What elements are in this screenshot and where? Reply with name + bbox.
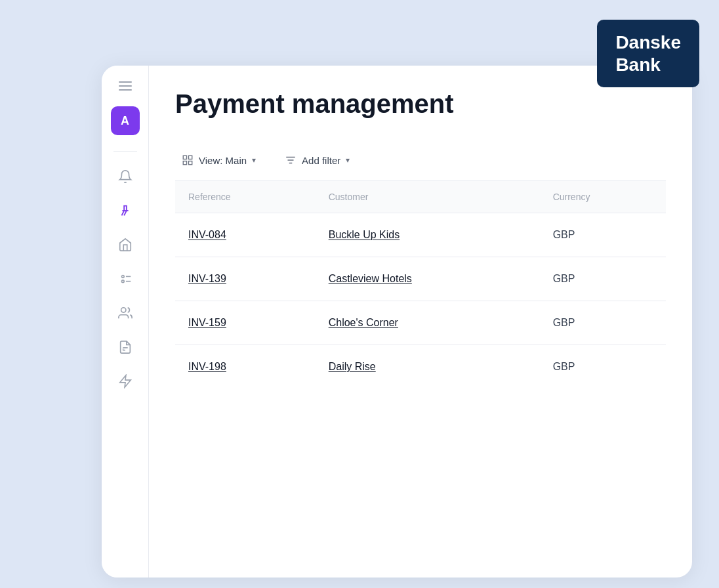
filter-icon[interactable] xyxy=(111,196,140,225)
svg-text:£: £ xyxy=(122,347,124,351)
filter-chevron-icon: ▾ xyxy=(346,156,350,165)
table-header-row: Reference Customer Currency xyxy=(175,181,666,213)
reference-link[interactable]: INV-139 xyxy=(188,273,226,284)
svg-marker-9 xyxy=(119,375,131,387)
main-content: Payment management View: Main ▾ xyxy=(149,66,692,578)
main-card: A xyxy=(102,66,692,578)
currency-cell: GBP xyxy=(540,345,666,389)
sidebar-divider-1 xyxy=(113,151,137,152)
tasks-icon[interactable] xyxy=(111,264,140,293)
bank-name-line1: Danske xyxy=(615,32,681,52)
add-filter-button[interactable]: Add filter ▾ xyxy=(278,150,356,170)
bolt-icon[interactable] xyxy=(111,367,140,396)
table-toolbar: View: Main ▾ Add filter ▾ xyxy=(175,140,666,181)
svg-rect-13 xyxy=(189,161,192,165)
col-header-customer: Customer xyxy=(316,181,540,213)
svg-rect-10 xyxy=(183,156,186,159)
svg-point-3 xyxy=(121,280,124,283)
customer-link[interactable]: Daily Rise xyxy=(329,361,376,372)
home-icon[interactable] xyxy=(111,230,140,259)
svg-point-1 xyxy=(121,276,124,278)
filter-lines-icon xyxy=(285,154,297,166)
view-chevron-icon: ▾ xyxy=(252,156,256,165)
col-header-reference: Reference xyxy=(175,181,316,213)
customer-link[interactable]: Chloe's Corner xyxy=(329,317,398,328)
svg-rect-12 xyxy=(183,161,186,165)
table-row: INV-159Chloe's CornerGBP xyxy=(175,301,666,345)
col-header-currency: Currency xyxy=(540,181,666,213)
table-row: INV-198Daily RiseGBP xyxy=(175,345,666,389)
bank-logo: Danske Bank xyxy=(597,20,699,87)
table-icon xyxy=(182,154,194,166)
bell-icon[interactable] xyxy=(111,162,140,191)
svg-rect-11 xyxy=(189,156,192,159)
payments-table: Reference Customer Currency INV-084Buckl… xyxy=(175,181,666,388)
currency-cell: GBP xyxy=(540,213,666,257)
menu-icon[interactable] xyxy=(119,81,132,91)
reference-link[interactable]: INV-159 xyxy=(188,317,226,328)
team-icon[interactable] xyxy=(111,299,140,327)
svg-point-5 xyxy=(121,308,125,312)
avatar-letter: A xyxy=(121,114,129,128)
view-label: View: Main xyxy=(199,155,247,166)
table-row: INV-084Buckle Up KidsGBP xyxy=(175,213,666,257)
reference-link[interactable]: INV-198 xyxy=(188,361,226,372)
sidebar: A xyxy=(102,66,149,578)
customer-link[interactable]: Castleview Hotels xyxy=(329,273,412,284)
currency-cell: GBP xyxy=(540,301,666,345)
page-title: Payment management xyxy=(175,89,666,119)
avatar[interactable]: A xyxy=(111,106,140,135)
customer-link[interactable]: Buckle Up Kids xyxy=(329,229,400,240)
currency-cell: GBP xyxy=(540,257,666,301)
invoice-icon[interactable]: £ xyxy=(111,333,140,362)
filter-label: Add filter xyxy=(302,155,340,166)
table-row: INV-139Castleview HotelsGBP xyxy=(175,257,666,301)
reference-link[interactable]: INV-084 xyxy=(188,229,226,240)
view-selector[interactable]: View: Main ▾ xyxy=(175,150,262,170)
bank-name-line2: Bank xyxy=(615,54,660,75)
